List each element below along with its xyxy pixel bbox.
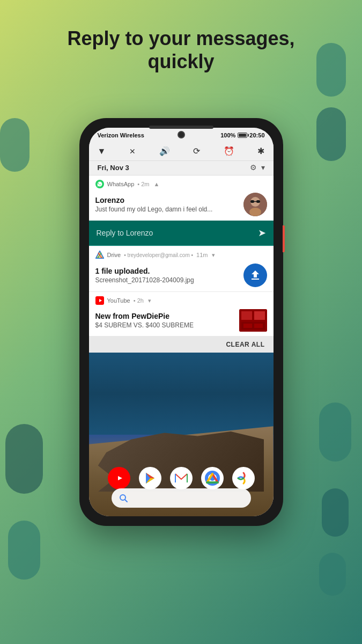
- dock-playstore-icon[interactable]: [139, 467, 161, 489]
- drive-notification-card: Drive • treydeveloper@gmail.com • 11m ▾ …: [89, 246, 274, 292]
- youtube-thumbnail: [239, 309, 267, 332]
- svg-rect-13: [254, 311, 265, 320]
- quick-settings-row: ▼ ✕ 🔊 ⟳ ⏰ ✱: [89, 143, 274, 161]
- drive-notif-body: 1 file uploaded. Screenshot_20171028-204…: [89, 261, 274, 291]
- whatsapp-expand-icon[interactable]: ▲: [153, 181, 159, 187]
- alarm-icon: ⏰: [224, 146, 234, 156]
- clear-all-button[interactable]: CLEAR ALL: [226, 341, 264, 348]
- drive-notif-time: 11m: [196, 252, 208, 258]
- svg-rect-15: [243, 324, 252, 328]
- google-g-logo: [119, 494, 128, 502]
- whatsapp-notification-card: WhatsApp • 2m ▲ Lorenzo Just found my ol…: [89, 175, 274, 246]
- decorative-blob-6: [319, 402, 351, 462]
- google-search-bar[interactable]: [112, 488, 251, 508]
- rotate-icon: ⟳: [193, 146, 200, 156]
- decorative-blob-2: [316, 107, 346, 161]
- dock-photos-icon[interactable]: [232, 467, 255, 489]
- whatsapp-notif-content: Lorenzo Just found my old Lego, damn i f…: [95, 196, 243, 213]
- chevron-down-icon[interactable]: ▾: [261, 163, 265, 172]
- decorative-blob-4: [5, 424, 43, 494]
- whatsapp-contact-avatar: [243, 193, 267, 216]
- dock-gmail-icon[interactable]: [170, 467, 193, 489]
- whatsapp-notif-body: Lorenzo Just found my old Lego, damn i f…: [89, 191, 274, 221]
- reply-placeholder-text: Reply to Lorenzo: [97, 229, 153, 237]
- phone-screen: Verizon Wireless 100% 20:50 ▼ ✕ 🔊 ⟳ ⏰ ✱: [89, 128, 274, 516]
- dock-youtube-icon[interactable]: [108, 467, 130, 489]
- date-row: Fri, Nov 3 ⚙ ▾: [89, 161, 274, 175]
- youtube-app-name: YouTube: [107, 297, 130, 304]
- clear-all-row: CLEAR ALL: [89, 336, 274, 353]
- youtube-app-icon: [95, 296, 104, 305]
- battery-percent: 100%: [220, 132, 235, 138]
- phone-camera: [178, 131, 185, 138]
- svg-rect-12: [241, 311, 252, 320]
- phone-mockup: Verizon Wireless 100% 20:50 ▼ ✕ 🔊 ⟳ ⏰ ✱: [79, 118, 283, 526]
- home-screen: ◀ ● ■: [89, 353, 274, 516]
- whatsapp-message-text: Just found my old Lego, damn i feel old.…: [95, 206, 243, 213]
- wifi-icon: ▼: [98, 147, 106, 156]
- phone-top-bar: [149, 126, 213, 129]
- status-right-icons: 100% 20:50: [220, 132, 264, 138]
- youtube-notif-title: New from PewDiePie: [95, 312, 239, 320]
- svg-rect-16: [254, 324, 263, 328]
- whatsapp-notif-header: WhatsApp • 2m ▲: [89, 175, 274, 191]
- whatsapp-app-icon: [95, 180, 104, 188]
- decorative-blob-3: [0, 118, 29, 172]
- svg-marker-10: [99, 299, 102, 302]
- carrier-text: Verizon Wireless: [98, 132, 144, 138]
- youtube-notif-content: New from PewDiePie $4 SUBREM VS. $400 SU…: [95, 312, 239, 329]
- youtube-notif-time: • 2h: [134, 297, 144, 304]
- youtube-notif-header: YouTube • 2h ▾: [89, 292, 274, 307]
- page-headline: Reply to your messages, quickly: [0, 27, 362, 73]
- youtube-notif-subtitle: $4 SUBREM VS. $400 SUBREME: [95, 321, 239, 329]
- decorative-blob-8: [319, 553, 346, 596]
- volume-icon: 🔊: [159, 146, 170, 156]
- flashlight-icon: ✕: [129, 147, 136, 156]
- bluetooth-icon: ✱: [257, 146, 264, 156]
- drive-notif-title: 1 file uploaded.: [95, 267, 243, 275]
- drive-expand-icon[interactable]: ▾: [212, 252, 215, 259]
- drive-notif-content: 1 file uploaded. Screenshot_20171028-204…: [95, 267, 243, 284]
- decorative-blob-7: [322, 488, 349, 537]
- drive-notif-account: • treydeveloper@gmail.com •: [124, 252, 193, 258]
- svg-rect-2: [250, 200, 254, 203]
- youtube-notification-card: YouTube • 2h ▾ New from PewDiePie $4 SUB…: [89, 292, 274, 336]
- decorative-blob-5: [8, 521, 40, 580]
- youtube-expand-icon[interactable]: ▾: [148, 297, 151, 304]
- whatsapp-notif-time: • 2m: [137, 181, 149, 187]
- phone-side-button: [283, 225, 285, 252]
- beach-water: [89, 353, 274, 435]
- drive-notif-subtitle: Screenshot_20171028-204009.jpg: [95, 276, 243, 284]
- youtube-notif-body: New from PewDiePie $4 SUBREM VS. $400 SU…: [89, 307, 274, 336]
- svg-rect-3: [256, 200, 260, 203]
- date-row-actions: ⚙ ▾: [250, 163, 265, 172]
- whatsapp-app-name: WhatsApp: [107, 181, 135, 187]
- dock-row: [108, 467, 255, 489]
- drive-app-icon: [95, 251, 104, 259]
- dock-chrome-icon[interactable]: [201, 467, 224, 489]
- drive-upload-icon: [243, 264, 267, 287]
- battery-fill: [239, 134, 246, 137]
- svg-line-30: [125, 500, 127, 502]
- reply-input-bar[interactable]: Reply to Lorenzo ➤: [89, 221, 274, 246]
- clock-time: 20:50: [249, 132, 264, 138]
- svg-point-5: [249, 208, 261, 216]
- settings-gear-icon[interactable]: ⚙: [250, 163, 257, 172]
- battery-icon: [238, 133, 247, 138]
- send-icon[interactable]: ➤: [258, 227, 266, 239]
- date-text: Fri, Nov 3: [98, 164, 129, 172]
- drive-app-name: Drive: [107, 252, 121, 258]
- drive-notif-header: Drive • treydeveloper@gmail.com • 11m ▾: [89, 246, 274, 261]
- whatsapp-sender-name: Lorenzo: [95, 196, 243, 204]
